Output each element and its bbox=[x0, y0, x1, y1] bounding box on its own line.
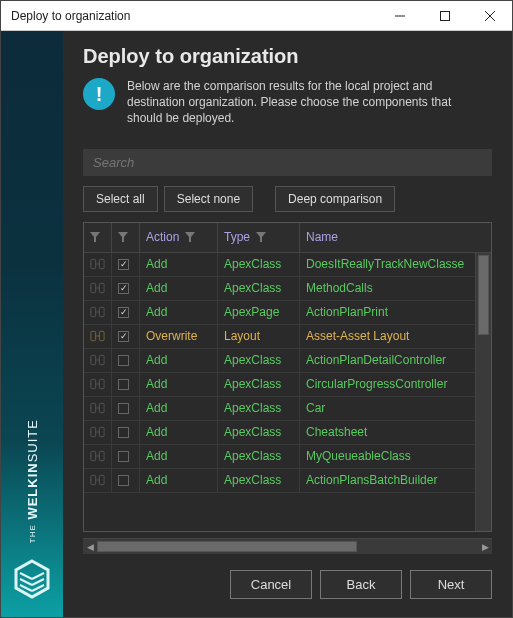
action-cell: Overwrite bbox=[140, 325, 218, 348]
brand-text: THE WELKINSUITE bbox=[25, 419, 40, 543]
type-cell: ApexClass bbox=[218, 445, 300, 468]
table-row[interactable]: ✓AddApexClassCheatsheet bbox=[84, 421, 475, 445]
next-button[interactable]: Next bbox=[410, 570, 492, 599]
svg-rect-10 bbox=[91, 283, 96, 292]
svg-rect-18 bbox=[91, 379, 96, 388]
svg-rect-17 bbox=[99, 355, 104, 364]
checkbox-cell[interactable]: ✓ bbox=[112, 397, 140, 420]
intro-text: Below are the comparison results for the… bbox=[127, 78, 467, 127]
name-cell: ActionPlanDetailController bbox=[300, 349, 475, 372]
svg-rect-14 bbox=[91, 331, 96, 340]
filter-icon bbox=[90, 232, 100, 242]
table-row[interactable]: ✓AddApexClassMethodCalls bbox=[84, 277, 475, 301]
diff-icon-cell[interactable] bbox=[84, 397, 112, 420]
back-button[interactable]: Back bbox=[320, 570, 402, 599]
svg-line-5 bbox=[32, 579, 44, 585]
type-cell: ApexClass bbox=[218, 421, 300, 444]
diff-icon-cell[interactable] bbox=[84, 253, 112, 276]
select-all-button[interactable]: Select all bbox=[83, 186, 158, 212]
table-row[interactable]: ✓AddApexClassMyQueueableClass bbox=[84, 445, 475, 469]
filter-icon bbox=[118, 232, 128, 242]
table-row[interactable]: ✓AddApexPageActionPlanPrint bbox=[84, 301, 475, 325]
minimize-icon bbox=[395, 11, 405, 21]
maximize-button[interactable] bbox=[422, 1, 467, 30]
table-row[interactable]: ✓AddApexClassActionPlansBatchBuilder bbox=[84, 469, 475, 493]
maximize-icon bbox=[440, 11, 450, 21]
checkbox-cell[interactable]: ✓ bbox=[112, 373, 140, 396]
checkbox-cell[interactable]: ✓ bbox=[112, 277, 140, 300]
checkbox[interactable]: ✓ bbox=[118, 283, 129, 294]
checkbox[interactable]: ✓ bbox=[118, 307, 129, 318]
name-cell: ActionPlanPrint bbox=[300, 301, 475, 324]
search-input[interactable] bbox=[91, 154, 484, 171]
checkbox-cell[interactable]: ✓ bbox=[112, 469, 140, 492]
horizontal-scrollbar[interactable]: ◀ ▶ bbox=[83, 538, 492, 554]
body: THE WELKINSUITE Deploy to organization !… bbox=[1, 31, 512, 617]
col-diff[interactable] bbox=[84, 223, 112, 252]
table-row[interactable]: ✓AddApexClassCar bbox=[84, 397, 475, 421]
vertical-scrollbar[interactable] bbox=[475, 253, 491, 531]
checkbox[interactable]: ✓ bbox=[118, 355, 129, 366]
close-button[interactable] bbox=[467, 1, 512, 30]
action-cell: Add bbox=[140, 397, 218, 420]
name-cell: Cheatsheet bbox=[300, 421, 475, 444]
brand-logo-icon bbox=[10, 557, 54, 601]
svg-rect-15 bbox=[99, 331, 104, 340]
table-row[interactable]: ✓OverwriteLayoutAsset-Asset Layout bbox=[84, 325, 475, 349]
col-type[interactable]: Type bbox=[218, 223, 300, 252]
table-row[interactable]: ✓AddApexClassActionPlanDetailController bbox=[84, 349, 475, 373]
type-cell: ApexPage bbox=[218, 301, 300, 324]
checkbox[interactable]: ✓ bbox=[118, 403, 129, 414]
checkbox-cell[interactable]: ✓ bbox=[112, 421, 140, 444]
diff-icon-cell[interactable] bbox=[84, 301, 112, 324]
diff-icon-cell[interactable] bbox=[84, 373, 112, 396]
svg-rect-23 bbox=[99, 427, 104, 436]
name-cell: DoesItReallyTrackNewClasse bbox=[300, 253, 475, 276]
minimize-button[interactable] bbox=[377, 1, 422, 30]
checkbox-cell[interactable]: ✓ bbox=[112, 301, 140, 324]
col-name[interactable]: Name bbox=[300, 223, 491, 252]
cancel-button[interactable]: Cancel bbox=[230, 570, 312, 599]
brand-line3: SUITE bbox=[25, 419, 40, 462]
grid-body-wrap: ✓AddApexClassDoesItReallyTrackNewClasse✓… bbox=[84, 253, 491, 531]
close-icon bbox=[485, 11, 495, 21]
svg-rect-25 bbox=[99, 451, 104, 460]
diff-icon-cell[interactable] bbox=[84, 421, 112, 444]
svg-rect-20 bbox=[91, 403, 96, 412]
select-none-button[interactable]: Select none bbox=[164, 186, 253, 212]
diff-icon-cell[interactable] bbox=[84, 277, 112, 300]
checkbox[interactable]: ✓ bbox=[118, 451, 129, 462]
checkbox[interactable]: ✓ bbox=[118, 475, 129, 486]
checkbox-cell[interactable]: ✓ bbox=[112, 325, 140, 348]
checkbox[interactable]: ✓ bbox=[118, 379, 129, 390]
checkbox[interactable]: ✓ bbox=[118, 331, 129, 342]
deep-comparison-button[interactable]: Deep comparison bbox=[275, 186, 395, 212]
action-buttons-row: Select all Select none Deep comparison bbox=[83, 186, 492, 212]
diff-icon-cell[interactable] bbox=[84, 325, 112, 348]
svg-line-4 bbox=[20, 579, 32, 585]
checkbox[interactable]: ✓ bbox=[118, 259, 129, 270]
col-type-label: Type bbox=[224, 230, 250, 244]
checkbox[interactable]: ✓ bbox=[118, 427, 129, 438]
diff-icon-cell[interactable] bbox=[84, 445, 112, 468]
table-row[interactable]: ✓AddApexClassCircularProgressController bbox=[84, 373, 475, 397]
checkbox-cell[interactable]: ✓ bbox=[112, 349, 140, 372]
svg-rect-12 bbox=[91, 307, 96, 316]
col-action[interactable]: Action bbox=[140, 223, 218, 252]
diff-icon-cell[interactable] bbox=[84, 469, 112, 492]
svg-rect-19 bbox=[99, 379, 104, 388]
checkbox-cell[interactable]: ✓ bbox=[112, 445, 140, 468]
scroll-right-arrow-icon[interactable]: ▶ bbox=[478, 539, 492, 554]
diff-icon-cell[interactable] bbox=[84, 349, 112, 372]
svg-rect-16 bbox=[91, 355, 96, 364]
checkbox-cell[interactable]: ✓ bbox=[112, 253, 140, 276]
table-row[interactable]: ✓AddApexClassDoesItReallyTrackNewClasse bbox=[84, 253, 475, 277]
type-cell: ApexClass bbox=[218, 373, 300, 396]
horizontal-scrollbar-thumb[interactable] bbox=[97, 541, 357, 552]
type-cell: ApexClass bbox=[218, 277, 300, 300]
window: Deploy to organization THE WELKINSUITE bbox=[0, 0, 513, 618]
col-check[interactable] bbox=[112, 223, 140, 252]
scroll-left-arrow-icon[interactable]: ◀ bbox=[83, 539, 97, 554]
vertical-scrollbar-thumb[interactable] bbox=[478, 255, 489, 335]
type-cell: ApexClass bbox=[218, 469, 300, 492]
